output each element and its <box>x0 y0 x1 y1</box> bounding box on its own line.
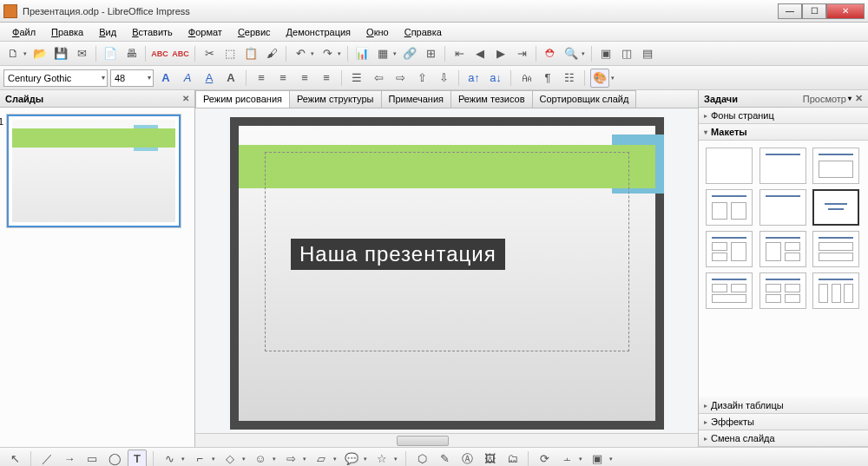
flowchart-tool[interactable]: ▱ <box>312 450 331 467</box>
callout-tool[interactable]: 💬 <box>342 450 361 467</box>
close-button[interactable]: ✕ <box>826 3 865 19</box>
connector-tool[interactable]: ⌐ <box>190 450 209 467</box>
table-button[interactable]: ▦ <box>373 44 392 63</box>
align-tool[interactable]: ⫠ <box>557 450 576 467</box>
para-dialog-button[interactable]: ¶ <box>538 69 557 88</box>
layout-blank[interactable] <box>706 148 753 184</box>
open-button[interactable]: 📂 <box>30 44 49 63</box>
spellcheck-button[interactable]: ABC <box>150 44 169 63</box>
text-tool[interactable]: T <box>128 450 147 467</box>
print-button[interactable]: 🖶 <box>122 44 141 63</box>
layout-10[interactable] <box>760 272 806 309</box>
gallery-tool[interactable]: 🗂 <box>503 450 522 467</box>
view-tab-2[interactable]: Примечания <box>381 90 452 108</box>
slide-layout-button[interactable]: ▤ <box>638 44 657 63</box>
display-grid-button[interactable]: ⊞ <box>421 44 440 63</box>
menu-7[interactable]: Окно <box>359 25 396 39</box>
chart-button[interactable]: 📊 <box>352 44 372 63</box>
points-tool[interactable]: ⬡ <box>412 450 431 467</box>
horizontal-scrollbar[interactable] <box>195 433 698 447</box>
menu-1[interactable]: Правка <box>44 25 90 39</box>
align-justify-button[interactable]: ≡ <box>317 69 336 88</box>
tasks-view-menu[interactable]: Просмотр <box>803 94 846 104</box>
font-size-combo[interactable]: 48▾ <box>110 69 154 87</box>
cut-button[interactable]: ✂ <box>200 44 219 63</box>
demote-button[interactable]: ⇨ <box>391 69 410 88</box>
layout-two-content[interactable] <box>706 189 753 226</box>
task-section-effects[interactable]: ▸Эффекты <box>699 414 868 430</box>
hyperlink-button[interactable]: 🔗 <box>400 44 419 63</box>
view-tab-0[interactable]: Режим рисования <box>195 90 290 108</box>
promote-button[interactable]: ⇦ <box>369 69 388 88</box>
nav-next-button[interactable]: ▶ <box>491 44 510 63</box>
from-file-tool[interactable]: 🖼 <box>480 450 499 467</box>
block-arrows-tool[interactable]: ⇨ <box>281 450 300 467</box>
arrange-tool[interactable]: ▣ <box>588 450 607 467</box>
copy-button[interactable]: ⬚ <box>220 44 240 63</box>
maximize-button[interactable]: ☐ <box>802 3 826 19</box>
layout-9[interactable] <box>706 272 753 309</box>
menu-0[interactable]: Файл <box>5 25 43 39</box>
stars-tool[interactable]: ☆ <box>372 450 391 467</box>
numbering-button[interactable]: ☷ <box>560 69 579 88</box>
view-tab-3[interactable]: Режим тезисов <box>450 90 533 108</box>
menu-2[interactable]: Вид <box>92 25 123 39</box>
slide-design-button[interactable]: ◫ <box>617 44 636 63</box>
layout-centered[interactable] <box>812 189 859 226</box>
line-tool[interactable]: ／ <box>37 450 56 467</box>
minimize-button[interactable]: — <box>778 3 802 19</box>
menu-8[interactable]: Справка <box>398 25 449 39</box>
layout-7[interactable] <box>760 231 806 267</box>
shadow-button[interactable]: A <box>221 69 240 88</box>
slide-title-text[interactable]: Наша презентация <box>291 239 505 270</box>
italic-button[interactable]: A <box>178 69 197 88</box>
help-button[interactable]: ⛑ <box>541 44 560 63</box>
save-button[interactable]: 💾 <box>51 44 70 63</box>
curve-tool[interactable]: ∿ <box>160 450 179 467</box>
task-section-transition[interactable]: ▸Смена слайда <box>699 430 868 447</box>
align-center-button[interactable]: ≡ <box>273 69 293 88</box>
decrease-font-button[interactable]: a↓ <box>486 69 505 88</box>
menu-4[interactable]: Формат <box>181 25 229 39</box>
layout-6[interactable] <box>706 231 753 267</box>
new-button[interactable]: 🗋 <box>3 44 23 63</box>
ellipse-tool[interactable]: ◯ <box>105 450 124 467</box>
move-down-button[interactable]: ⇩ <box>434 69 453 88</box>
align-right-button[interactable]: ≡ <box>295 69 314 88</box>
slide-show-button[interactable]: ▣ <box>596 44 615 63</box>
email-button[interactable]: ✉ <box>72 44 91 63</box>
rotate-tool[interactable]: ⟳ <box>535 450 554 467</box>
menu-6[interactable]: Демонстрация <box>279 25 358 39</box>
slide-canvas[interactable]: Наша презентация <box>230 117 664 430</box>
nav-first-button[interactable]: ⇤ <box>450 44 469 63</box>
paste-button[interactable]: 📋 <box>241 44 260 63</box>
bold-button[interactable]: A <box>156 69 175 88</box>
menu-3[interactable]: Вставить <box>125 25 180 39</box>
font-color-button[interactable]: 🎨 <box>590 69 609 88</box>
bullets-button[interactable]: ☰ <box>347 69 366 88</box>
layout-title-content[interactable] <box>812 148 859 184</box>
task-section-backgrounds[interactable]: ▸Фоны страниц <box>699 108 868 124</box>
rect-tool[interactable]: ▭ <box>82 450 102 467</box>
undo-button[interactable]: ↶ <box>291 44 310 63</box>
align-left-button[interactable]: ≡ <box>252 69 271 88</box>
slides-panel-close-icon[interactable]: ✕ <box>182 94 189 103</box>
zoom-button[interactable]: 🔍 <box>562 44 581 63</box>
basic-shapes-tool[interactable]: ◇ <box>220 450 240 467</box>
menu-5[interactable]: Сервис <box>231 25 278 39</box>
layout-11[interactable] <box>812 272 859 309</box>
task-section-table-design[interactable]: ▸Дизайн таблицы <box>699 397 868 414</box>
layout-title[interactable] <box>760 148 806 184</box>
layout-title-only[interactable] <box>760 189 806 226</box>
underline-button[interactable]: A <box>200 69 219 88</box>
nav-last-button[interactable]: ⇥ <box>512 44 531 63</box>
select-tool[interactable]: ↖ <box>5 450 24 467</box>
char-dialog-button[interactable]: 🗛 <box>516 69 536 88</box>
task-section-layouts[interactable]: ▾Макеты <box>699 124 868 141</box>
layout-8[interactable] <box>812 231 859 267</box>
format-paint-button[interactable]: 🖌 <box>262 44 281 63</box>
symbol-shapes-tool[interactable]: ☺ <box>251 450 270 467</box>
glue-tool[interactable]: ✎ <box>435 450 454 467</box>
export-pdf-button[interactable]: 📄 <box>101 44 120 63</box>
increase-font-button[interactable]: a↑ <box>464 69 483 88</box>
